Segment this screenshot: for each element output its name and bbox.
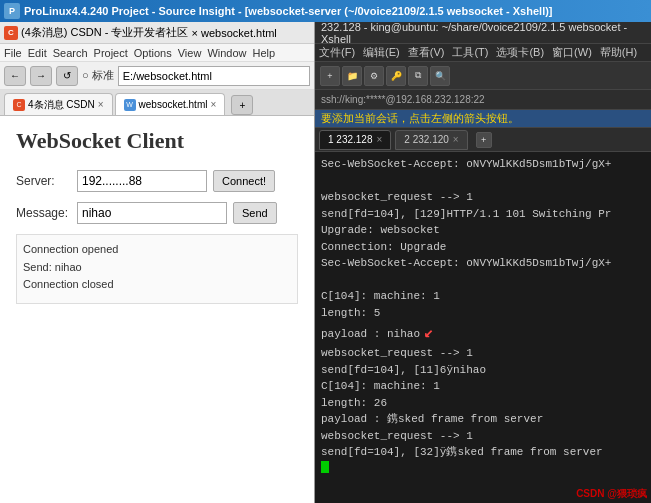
terminal-line-11: websocket_request --> 1 — [321, 345, 645, 362]
terminal-line-16: websocket_request --> 1 — [321, 428, 645, 445]
browser-menu-file[interactable]: File — [4, 47, 22, 59]
terminal-line-10: payload : nihao↙ — [321, 321, 645, 345]
main-content: C (4条消息) CSDN - 专业开发者社区 × websocket.html… — [0, 22, 651, 503]
browser-title-tab1: (4条消息) CSDN - 专业开发者社区 — [21, 25, 188, 40]
terminal-menu-window[interactable]: 窗口(W) — [552, 45, 592, 60]
log-line-3: Connection closed — [23, 276, 291, 294]
connect-button[interactable]: Connect! — [213, 170, 275, 192]
tab1-close[interactable]: × — [377, 134, 383, 145]
websocket-tab-label: websocket.html — [139, 99, 208, 110]
send-button[interactable]: Send — [233, 202, 277, 224]
browser-menu-project[interactable]: Project — [94, 47, 128, 59]
terminal-line-13: C[104]: machine: 1 — [321, 378, 645, 395]
browser-menubar: File Edit Search Project Options View Wi… — [0, 44, 314, 62]
websocket-tab-icon: W — [124, 99, 136, 111]
terminal-copy-btn[interactable]: ⧉ — [408, 66, 428, 86]
csdn-tab-label: 4条消息 CSDN — [28, 98, 95, 112]
message-row: Message: Send — [16, 202, 298, 224]
terminal-line-4: Upgrade: websocket — [321, 222, 645, 239]
browser-menu-help[interactable]: Help — [253, 47, 276, 59]
websocket-tab-close[interactable]: × — [210, 99, 216, 110]
browser-toolbar: ← → ↺ ○ 标准 — [0, 62, 314, 90]
log-line-2: Send: nihao — [23, 259, 291, 277]
log-line-1: Connection opened — [23, 241, 291, 259]
terminal-line-1 — [321, 173, 645, 190]
terminal-line-2: websocket_request --> 1 — [321, 189, 645, 206]
terminal-menu-help[interactable]: 帮助(H) — [600, 45, 637, 60]
terminal-line-8: C[104]: machine: 1 — [321, 288, 645, 305]
terminal-new-btn[interactable]: + — [320, 66, 340, 86]
terminal-tab-2[interactable]: 2 232.120 × — [395, 130, 467, 150]
highlighted-payload: payload : nihao — [321, 328, 420, 340]
browser-tab-websocket[interactable]: W websocket.html × — [115, 93, 226, 115]
refresh-button[interactable]: ↺ — [56, 66, 78, 86]
browser-menu-edit[interactable]: Edit — [28, 47, 47, 59]
terminal-cursor — [321, 461, 329, 473]
terminal-tab-1[interactable]: 1 232.128 × — [319, 130, 391, 150]
terminal-title-text: 232.128 - king@ubuntu: ~/share/0voice210… — [321, 22, 645, 45]
watermark: CSDN @猥琐疯 — [576, 487, 647, 501]
terminal-line-6: Sec-WebSocket-Accept: oNVYWlKKd5Dsm1bTwj… — [321, 255, 645, 272]
arrow-annotation: ↙ — [424, 324, 434, 342]
log-area: Connection opened Send: nihao Connection… — [16, 234, 298, 304]
terminal-line-0: Sec-WebSocket-Accept: oNVYWlKKd5Dsm1bTwj… — [321, 156, 645, 173]
terminal-line-14: length: 26 — [321, 395, 645, 412]
terminal-settings-btn[interactable]: ⚙ — [364, 66, 384, 86]
browser-icon: C — [4, 26, 18, 40]
terminal-menu-file[interactable]: 文件(F) — [319, 45, 355, 60]
ide-title-text: ProLinux4.4.240 Project - Source Insight… — [24, 5, 553, 17]
terminal-search-btn[interactable]: 🔍 — [430, 66, 450, 86]
terminal-line-17: send[fd=104], [32]ÿ鎸sked frame from serv… — [321, 444, 645, 461]
back-button[interactable]: ← — [4, 66, 26, 86]
terminal-cursor-line — [321, 461, 645, 473]
terminal-title-bar: 232.128 - king@ubuntu: ~/share/0voice210… — [315, 22, 651, 44]
terminal-line-12: send[fd=104], [11]6ÿnihao — [321, 362, 645, 379]
terminal-toolbar: + 📁 ⚙ 🔑 ⧉ 🔍 — [315, 62, 651, 90]
terminal-line-15: payload : 鎸sked frame from server — [321, 411, 645, 428]
terminal-key-btn[interactable]: 🔑 — [386, 66, 406, 86]
server-input[interactable] — [77, 170, 207, 192]
new-tab-button[interactable]: + — [231, 95, 253, 115]
address-label: ○ 标准 — [82, 68, 114, 83]
browser-title-tab2: websocket.html — [201, 27, 277, 39]
terminal-content[interactable]: Sec-WebSocket-Accept: oNVYWlKKd5Dsm1bTwj… — [315, 152, 651, 503]
tab1-label: 1 232.128 — [328, 134, 373, 145]
browser-menu-view[interactable]: View — [178, 47, 202, 59]
browser-tab-csdn[interactable]: C 4条消息 CSDN × — [4, 93, 113, 115]
server-row: Server: Connect! — [16, 170, 298, 192]
terminal-line-3: send[fd=104], [129]HTTP/1.1 101 Switchin… — [321, 206, 645, 223]
message-label: Message: — [16, 206, 71, 220]
browser-menu-search[interactable]: Search — [53, 47, 88, 59]
tab2-close[interactable]: × — [453, 134, 459, 145]
address-bar[interactable] — [118, 66, 310, 86]
browser-panel: C (4条消息) CSDN - 专业开发者社区 × websocket.html… — [0, 22, 315, 503]
terminal-menu-tools[interactable]: 工具(T) — [452, 45, 488, 60]
new-terminal-tab-btn[interactable]: + — [476, 132, 492, 148]
forward-button[interactable]: → — [30, 66, 52, 86]
terminal-line-7 — [321, 272, 645, 289]
info-bar-text: 要添加当前会话，点击左侧的箭头按钮。 — [321, 111, 519, 126]
terminal-panel: 232.128 - king@ubuntu: ~/share/0voice210… — [315, 22, 651, 503]
terminal-line-9: length: 5 — [321, 305, 645, 322]
page-title: WebSocket Client — [16, 128, 298, 154]
terminal-menubar: 文件(F) 编辑(E) 查看(V) 工具(T) 选项卡(B) 窗口(W) 帮助(… — [315, 44, 651, 62]
terminal-info-bar: 要添加当前会话，点击左侧的箭头按钮。 — [315, 110, 651, 128]
terminal-menu-tabs[interactable]: 选项卡(B) — [496, 45, 544, 60]
csdn-tab-close[interactable]: × — [98, 99, 104, 110]
ide-icon: P — [4, 3, 20, 19]
message-input[interactable] — [77, 202, 227, 224]
browser-menu-window[interactable]: Window — [207, 47, 246, 59]
tab2-label: 2 232.120 — [404, 134, 449, 145]
ide-title-bar: P ProLinux4.4.240 Project - Source Insig… — [0, 0, 651, 22]
terminal-menu-view[interactable]: 查看(V) — [408, 45, 445, 60]
terminal-tabs: 1 232.128 × 2 232.120 × + — [315, 128, 651, 152]
terminal-address-bar: ssh://king:*****@192.168.232.128:22 — [321, 94, 485, 105]
browser-menu-options[interactable]: Options — [134, 47, 172, 59]
browser-tabs: C 4条消息 CSDN × W websocket.html × + — [0, 90, 314, 116]
terminal-folder-btn[interactable]: 📁 — [342, 66, 362, 86]
browser-content: WebSocket Client Server: Connect! Messag… — [0, 116, 314, 503]
terminal-line-5: Connection: Upgrade — [321, 239, 645, 256]
terminal-menu-edit[interactable]: 编辑(E) — [363, 45, 400, 60]
csdn-tab-icon: C — [13, 99, 25, 111]
server-label: Server: — [16, 174, 71, 188]
